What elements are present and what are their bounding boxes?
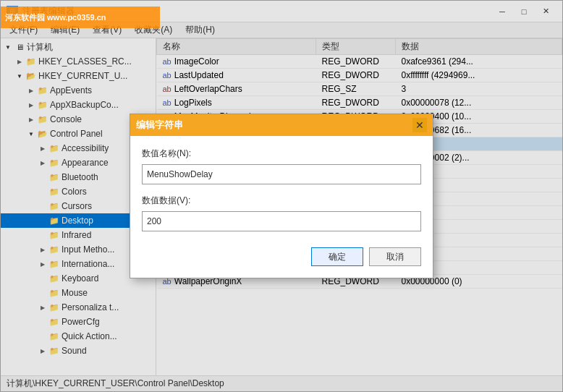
main-window: 河东软件园 www.pc0359.cn ⊞ 注册表编辑器 ─ □ ✕ 文件(F)… [0, 0, 563, 392]
dialog-body: 数值名称(N): 数值数据(V): 确定 取消 [130, 136, 433, 278]
name-label: 数值名称(N): [142, 148, 421, 160]
edit-string-dialog: 编辑字符串 ✕ 数值名称(N): 数值数据(V): 确定 取消 [130, 114, 433, 278]
cancel-button[interactable]: 取消 [369, 247, 421, 266]
watermark-text: 河东软件园 www.pc0359.cn [5, 12, 106, 23]
dialog-title-bar: 编辑字符串 ✕ [130, 114, 433, 136]
data-input[interactable] [142, 211, 421, 231]
dialog-overlay: 编辑字符串 ✕ 数值名称(N): 数值数据(V): 确定 取消 [1, 1, 562, 391]
dialog-close-button[interactable]: ✕ [412, 118, 427, 132]
data-label: 数值数据(V): [142, 195, 421, 207]
dialog-buttons: 确定 取消 [142, 247, 421, 266]
ok-button[interactable]: 确定 [311, 247, 363, 266]
watermark: 河东软件园 www.pc0359.cn [1, 7, 160, 28]
name-input[interactable] [142, 164, 421, 184]
dialog-title: 编辑字符串 [136, 119, 183, 132]
